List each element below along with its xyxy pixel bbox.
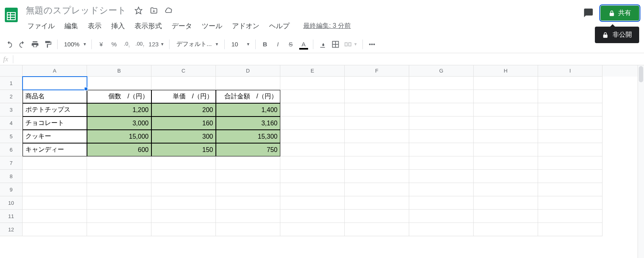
cell[interactable] xyxy=(409,196,474,210)
cell[interactable] xyxy=(216,170,280,183)
cell[interactable] xyxy=(280,210,345,223)
cell[interactable]: 160 xyxy=(151,117,216,130)
cell[interactable] xyxy=(151,156,216,170)
cell[interactable] xyxy=(409,90,474,103)
cell[interactable]: クッキー xyxy=(23,130,87,143)
formula-input[interactable] xyxy=(17,53,641,65)
cell[interactable] xyxy=(87,183,151,196)
cell[interactable] xyxy=(87,77,151,90)
cell[interactable] xyxy=(474,223,538,236)
select-all-corner[interactable] xyxy=(0,65,23,77)
col-header-H[interactable]: H xyxy=(474,65,538,77)
cell[interactable]: ポテトチップス xyxy=(23,103,87,117)
cell[interactable] xyxy=(280,77,345,90)
col-header-E[interactable]: E xyxy=(280,65,345,77)
cell[interactable] xyxy=(151,77,216,90)
spreadsheet-grid[interactable]: A B C D E F G H I 1 2 商品名 個数 /（円） xyxy=(0,65,638,258)
menu-help[interactable]: ヘルプ xyxy=(265,20,294,32)
cell[interactable] xyxy=(345,103,409,117)
col-header-D[interactable]: D xyxy=(216,65,280,77)
cell[interactable] xyxy=(409,117,474,130)
comments-button[interactable] xyxy=(581,6,596,20)
cell[interactable]: 150 xyxy=(151,143,216,156)
menu-view[interactable]: 表示 xyxy=(84,20,106,32)
cell[interactable] xyxy=(216,196,280,210)
cell[interactable] xyxy=(87,223,151,236)
cell[interactable] xyxy=(280,196,345,210)
cell[interactable] xyxy=(87,156,151,170)
merge-cells-button[interactable]: ▼ xyxy=(342,38,359,50)
increase-decimal-button[interactable]: .00↑ xyxy=(134,38,146,50)
cell[interactable] xyxy=(474,130,538,143)
more-formats-button[interactable]: 123▼ xyxy=(147,38,166,50)
row-header[interactable]: 11 xyxy=(0,210,23,223)
cell[interactable] xyxy=(345,77,409,90)
strikethrough-button[interactable]: S xyxy=(285,38,297,50)
cell[interactable] xyxy=(474,117,538,130)
cell[interactable] xyxy=(345,196,409,210)
cell[interactable] xyxy=(216,156,280,170)
cell[interactable] xyxy=(280,130,345,143)
row-header[interactable]: 3 xyxy=(0,103,23,117)
row-header[interactable]: 6 xyxy=(0,143,23,156)
cell[interactable] xyxy=(345,117,409,130)
cell[interactable] xyxy=(409,223,474,236)
cell[interactable] xyxy=(538,90,603,103)
undo-button[interactable] xyxy=(3,38,15,50)
cell[interactable] xyxy=(474,183,538,196)
cell[interactable] xyxy=(409,210,474,223)
col-header-G[interactable]: G xyxy=(409,65,474,77)
cell[interactable] xyxy=(474,143,538,156)
cell[interactable] xyxy=(23,210,87,223)
print-button[interactable] xyxy=(29,38,41,50)
cell[interactable]: 300 xyxy=(151,130,216,143)
decrease-decimal-button[interactable]: .0↓ xyxy=(121,38,133,50)
menu-edit[interactable]: 編集 xyxy=(60,20,82,32)
cell[interactable]: 合計金額 /（円） xyxy=(216,90,280,103)
col-header-B[interactable]: B xyxy=(87,65,151,77)
cell[interactable]: 600 xyxy=(87,143,151,156)
cell[interactable]: 15,000 xyxy=(87,130,151,143)
cell[interactable] xyxy=(345,156,409,170)
bold-button[interactable]: B xyxy=(259,38,271,50)
cell[interactable] xyxy=(345,183,409,196)
cell[interactable] xyxy=(538,130,603,143)
cell[interactable] xyxy=(280,117,345,130)
cell-A1[interactable] xyxy=(23,77,87,90)
cell[interactable] xyxy=(409,170,474,183)
cell[interactable] xyxy=(538,210,603,223)
cell[interactable] xyxy=(151,170,216,183)
sheets-logo[interactable] xyxy=(3,5,19,25)
cell[interactable] xyxy=(409,156,474,170)
cell[interactable] xyxy=(280,223,345,236)
cell[interactable] xyxy=(409,183,474,196)
text-color-button[interactable]: A xyxy=(298,38,310,50)
format-currency-button[interactable]: ¥ xyxy=(95,38,107,50)
cell[interactable]: 商品名 xyxy=(23,90,87,103)
row-header[interactable]: 5 xyxy=(0,130,23,143)
cell[interactable] xyxy=(151,196,216,210)
cell[interactable] xyxy=(409,103,474,117)
cell[interactable] xyxy=(280,143,345,156)
col-header-C[interactable]: C xyxy=(151,65,216,77)
star-icon[interactable] xyxy=(133,5,144,16)
cell[interactable] xyxy=(345,130,409,143)
row-header[interactable]: 12 xyxy=(0,223,23,236)
last-edit-link[interactable]: 最終編集: 3 分前 xyxy=(303,22,351,30)
cell[interactable] xyxy=(216,183,280,196)
cell[interactable] xyxy=(345,90,409,103)
menu-tools[interactable]: ツール xyxy=(198,20,226,32)
more-tools-button[interactable]: ••• xyxy=(366,38,378,50)
document-title[interactable]: 無題のスプレッドシート xyxy=(23,4,129,17)
cell[interactable] xyxy=(538,143,603,156)
cell[interactable] xyxy=(345,223,409,236)
cell[interactable] xyxy=(280,103,345,117)
cell[interactable] xyxy=(280,183,345,196)
cell[interactable] xyxy=(409,143,474,156)
cell[interactable] xyxy=(151,210,216,223)
cell[interactable] xyxy=(474,77,538,90)
cloud-status-icon[interactable] xyxy=(164,5,175,16)
cell[interactable] xyxy=(151,223,216,236)
cell[interactable] xyxy=(538,77,603,90)
cell[interactable]: 3,160 xyxy=(216,117,280,130)
